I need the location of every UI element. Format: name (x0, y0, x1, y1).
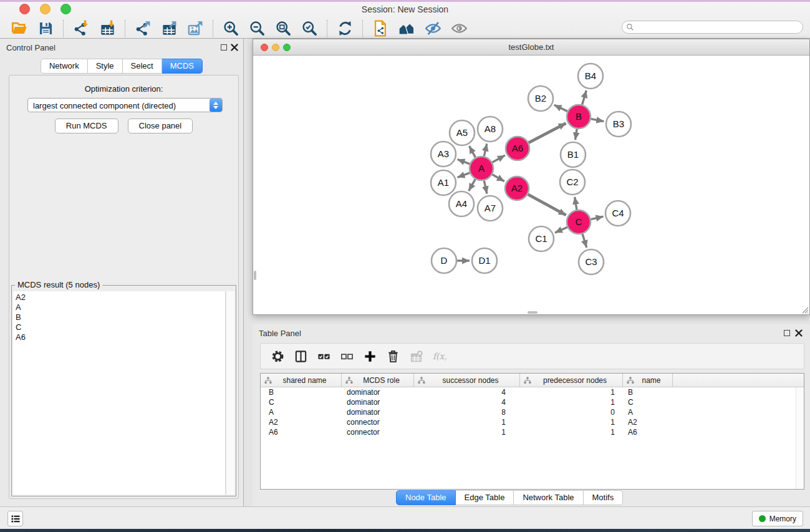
edge-C-C4[interactable] (591, 216, 604, 220)
zoom-fit-button[interactable] (270, 19, 296, 38)
column-header-predecessor-nodes[interactable]: predecessor nodes (520, 374, 623, 387)
mcds-result-item[interactable]: A (16, 302, 225, 312)
edge-A-A3[interactable] (458, 160, 470, 164)
node-A2[interactable]: A2 (505, 177, 529, 200)
import-network-button[interactable] (68, 19, 94, 38)
node-A4[interactable]: A4 (449, 191, 474, 216)
float-panel-icon[interactable] (221, 44, 227, 51)
edge-A-A8[interactable] (484, 143, 487, 156)
mcds-result-list[interactable]: A2ABCA6 (13, 291, 226, 495)
node-A1[interactable]: A1 (431, 170, 456, 195)
edge-C-C3[interactable] (582, 234, 587, 248)
memory-button[interactable]: Memory (752, 511, 803, 526)
zoom-in-button[interactable] (218, 19, 244, 38)
node-A6[interactable]: A6 (506, 137, 529, 160)
mcds-result-item[interactable]: B (16, 312, 225, 322)
node-B2[interactable]: B2 (528, 86, 553, 111)
node-A[interactable]: A (470, 157, 493, 180)
vertical-scrollbar-thumb[interactable] (254, 271, 256, 280)
table-row[interactable]: A2connector11A2 (261, 417, 804, 427)
import-table-button[interactable] (94, 19, 120, 38)
edge-C-C1[interactable] (555, 227, 567, 233)
column-visibility-button[interactable] (292, 347, 309, 365)
zoom-out-button[interactable] (244, 19, 270, 38)
mcds-result-item[interactable]: A6 (16, 332, 225, 342)
edge-B-B1[interactable] (576, 129, 577, 140)
tab-node-table[interactable]: Node Table (396, 490, 456, 505)
edge-A6-B[interactable] (529, 123, 566, 143)
table-row[interactable]: Adominator80A (261, 407, 804, 417)
tab-edge-table[interactable]: Edge Table (456, 490, 514, 505)
table-row[interactable]: A6connector11A6 (261, 427, 804, 437)
run-mcds-button[interactable]: Run MCDS (55, 118, 118, 133)
first-neighbors-button[interactable] (393, 19, 420, 38)
deselect-all-button[interactable] (338, 347, 355, 365)
horizontal-scrollbar-thumb[interactable] (528, 311, 538, 314)
node-A8[interactable]: A8 (478, 117, 503, 142)
search-field[interactable] (622, 21, 803, 34)
node-D1[interactable]: D1 (472, 248, 497, 273)
tab-network[interactable]: Network (41, 59, 88, 74)
column-header-name[interactable]: name (623, 374, 673, 387)
main-titlebar[interactable]: Session: New Session (0, 2, 810, 16)
close-panel-icon[interactable] (231, 44, 238, 51)
save-session-button[interactable] (32, 19, 59, 38)
node-C3[interactable]: C3 (579, 249, 604, 274)
edge-A-A4[interactable] (469, 179, 476, 191)
edge-B-B3[interactable] (591, 119, 604, 122)
node-B[interactable]: B (567, 105, 591, 128)
table-settings-button[interactable] (269, 347, 286, 365)
column-header-MCDS-role[interactable]: MCDS role (342, 374, 414, 387)
open-file-button[interactable] (6, 19, 32, 38)
table-row[interactable]: Cdominator41C (261, 397, 804, 407)
select-all-button[interactable] (315, 347, 332, 365)
column-header-successor-nodes[interactable]: successor nodes (414, 374, 520, 387)
node-A5[interactable]: A5 (450, 120, 475, 145)
node-B4[interactable]: B4 (578, 64, 603, 89)
node-A7[interactable]: A7 (478, 196, 503, 221)
delete-selected-button[interactable] (384, 347, 402, 365)
edge-A-A7[interactable] (484, 181, 487, 194)
node-C2[interactable]: C2 (560, 170, 585, 195)
node-C[interactable]: C (567, 210, 591, 234)
create-column-button[interactable] (361, 347, 378, 365)
table-close-panel-icon[interactable] (795, 329, 803, 337)
column-header-shared-name[interactable]: shared name (261, 374, 342, 387)
search-input[interactable] (634, 23, 803, 32)
network-canvas[interactable]: B4B2BB3A8A5A6A3B1AC2A1A2A4A7C4CC1C3DD1 (253, 56, 809, 314)
edge-A2-C[interactable] (528, 195, 566, 215)
node-B3[interactable]: B3 (606, 112, 631, 137)
export-table-button[interactable] (156, 19, 182, 38)
close-panel-button[interactable]: Close panel (128, 118, 193, 133)
refresh-button[interactable] (332, 19, 358, 38)
table-float-panel-icon[interactable] (784, 330, 790, 336)
tab-style[interactable]: Style (88, 59, 123, 74)
mcds-result-scrollbar[interactable] (226, 291, 234, 495)
tab-network-table[interactable]: Network Table (514, 490, 583, 505)
mcds-result-item[interactable]: C (16, 322, 225, 332)
dropdown-stepper-icon[interactable] (210, 99, 222, 112)
mcds-result-item[interactable]: A2 (16, 293, 225, 302)
export-image-button[interactable] (182, 19, 208, 38)
criterion-dropdown[interactable]: largest connected component (directed) (27, 98, 223, 112)
node-A3[interactable]: A3 (431, 142, 456, 167)
node-B1[interactable]: B1 (561, 142, 586, 167)
node-D[interactable]: D (432, 248, 456, 273)
tab-select[interactable]: Select (123, 59, 162, 74)
network-graph[interactable]: B4B2BB3A8A5A6A3B1AC2A1A2A4A7C4CC1C3DD1 (253, 56, 809, 314)
zoom-selected-button[interactable] (296, 19, 322, 38)
edge-C-C2[interactable] (575, 197, 577, 210)
network-window-titlebar[interactable]: testGlobe.txt (253, 39, 809, 56)
tab-mcds[interactable]: MCDS (162, 59, 203, 74)
new-network-from-selection-button[interactable] (367, 19, 393, 38)
resize-grip-icon[interactable] (800, 305, 809, 314)
node-C4[interactable]: C4 (605, 201, 630, 226)
edge-A-A6[interactable] (493, 155, 505, 162)
edge-B-B2[interactable] (554, 105, 567, 111)
task-history-button[interactable] (7, 511, 23, 526)
table-row[interactable]: Bdominator41B (261, 387, 804, 397)
edge-A-A5[interactable] (470, 146, 476, 157)
edge-A-A1[interactable] (458, 173, 470, 177)
tab-motifs[interactable]: Motifs (584, 490, 624, 505)
edge-A-A2[interactable] (492, 175, 504, 181)
